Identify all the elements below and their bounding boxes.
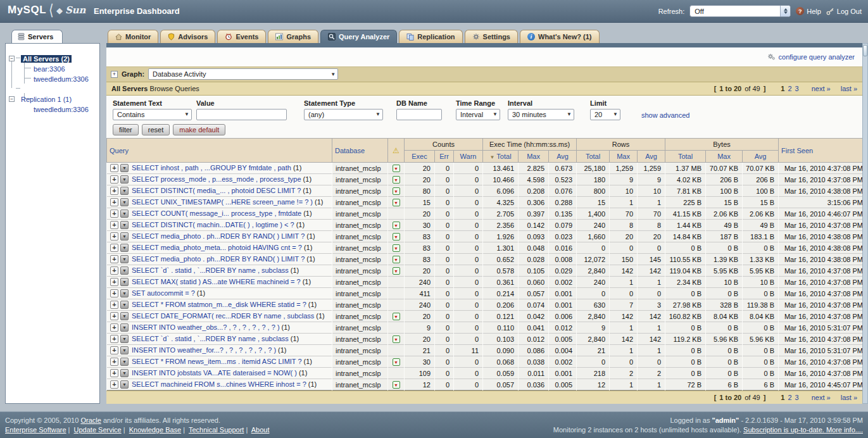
expand-row-button[interactable]: + bbox=[110, 289, 118, 297]
scrollbar-thumb[interactable] bbox=[863, 45, 867, 56]
column-header-first-seen[interactable]: First Seen bbox=[779, 139, 868, 163]
configure-query-analyzer-link[interactable]: configure query analyzer bbox=[779, 53, 855, 61]
query-link[interactable]: SELECT media_photo . ph...RDER BY RAND( … bbox=[132, 255, 305, 263]
row-actions-button[interactable]: ▼ bbox=[120, 266, 129, 275]
expand-row-button[interactable]: + bbox=[110, 335, 118, 343]
explain-icon[interactable]: ▼ bbox=[393, 176, 400, 184]
column-header-bytes-total[interactable]: Total bbox=[665, 151, 706, 163]
column-header-bytes-avg[interactable]: Avg bbox=[743, 151, 779, 163]
tree-item-label[interactable]: Replication 1 (1) bbox=[21, 96, 72, 103]
page-number-link[interactable]: 3 bbox=[795, 394, 799, 401]
query-link[interactable]: SELECT COUNT( message_i... process_type … bbox=[132, 210, 301, 217]
column-header-exec-time-avg[interactable]: Avg bbox=[549, 151, 577, 163]
collapse-icon[interactable]: − bbox=[9, 96, 15, 102]
query-link[interactable]: SELECT DATE_FORMAT( rec...RDER BY name ,… bbox=[132, 312, 314, 320]
explain-icon[interactable]: ▼ bbox=[393, 244, 400, 252]
subscription-link[interactable]: Subscription is up-to-date. More info...… bbox=[743, 426, 863, 434]
query-link[interactable]: SELECT inhost , path , ...GROUP BY fmtda… bbox=[132, 164, 291, 172]
expand-row-button[interactable]: + bbox=[110, 210, 118, 218]
tree-item-label[interactable]: tweedledum:3306 bbox=[34, 75, 89, 83]
make-default-button[interactable]: make default bbox=[173, 124, 225, 135]
column-header-bytes-max[interactable]: Max bbox=[706, 151, 743, 163]
expand-row-button[interactable]: + bbox=[110, 187, 118, 195]
column-header-warnings[interactable]: ⚠ bbox=[388, 139, 405, 163]
column-header-rows-max[interactable]: Max bbox=[610, 151, 638, 163]
row-actions-button[interactable]: ▼ bbox=[120, 323, 129, 332]
tree-item-replication-group[interactable]: − Replication 1 (1) bbox=[6, 94, 99, 104]
query-link[interactable]: SELECT media_photo_meta... photoid HAVIN… bbox=[132, 244, 302, 251]
explain-icon[interactable]: ▼ bbox=[393, 267, 400, 275]
query-link[interactable]: SELECT MAX( statid ) AS...ate WHERE mach… bbox=[132, 278, 301, 285]
row-actions-button[interactable]: ▼ bbox=[120, 369, 129, 377]
row-actions-button[interactable]: ▼ bbox=[120, 232, 129, 241]
expand-row-button[interactable]: + bbox=[110, 164, 118, 172]
expand-row-button[interactable]: + bbox=[110, 198, 118, 206]
column-header-rows-total[interactable]: Total bbox=[577, 151, 610, 163]
row-actions-button[interactable]: ▼ bbox=[120, 278, 129, 286]
column-header-rows-avg[interactable]: Avg bbox=[638, 151, 665, 163]
tab-query-analyzer[interactable]: Query Analyzer bbox=[320, 30, 397, 43]
query-link[interactable]: SELECT `d` . statid , `...RDER BY name ,… bbox=[132, 266, 289, 274]
expand-row-button[interactable]: + bbox=[110, 244, 118, 252]
explain-icon[interactable]: ▼ bbox=[393, 222, 400, 229]
limit-select[interactable]: 20▼ bbox=[590, 109, 620, 120]
tree-item-bear[interactable]: bear:3306 bbox=[6, 64, 99, 74]
row-actions-button[interactable]: ▼ bbox=[120, 289, 129, 297]
query-link[interactable]: SELECT * FROM news_item...ms . itemid AS… bbox=[132, 358, 302, 365]
query-link[interactable]: SELECT DISTINCT( media_... , photoid DES… bbox=[132, 187, 301, 194]
page-number-link[interactable]: 2 bbox=[788, 85, 791, 92]
collapse-icon[interactable]: − bbox=[9, 56, 15, 61]
help-link[interactable]: ? Help bbox=[796, 7, 821, 15]
row-actions-button[interactable]: ▼ bbox=[120, 187, 129, 195]
query-link[interactable]: SELECT UNIX_TIMESTAMP( ...HERE screen_na… bbox=[132, 198, 313, 206]
column-header-warn[interactable]: Warn bbox=[454, 151, 483, 163]
expand-row-button[interactable]: + bbox=[110, 312, 118, 320]
expand-row-button[interactable]: + bbox=[110, 301, 118, 309]
graph-select[interactable]: Database Activity ▼ bbox=[148, 68, 338, 80]
tab-monitor[interactable]: Monitor bbox=[108, 30, 158, 43]
tree-item-label[interactable]: bear:3306 bbox=[34, 65, 65, 73]
value-input[interactable] bbox=[196, 109, 287, 120]
row-actions-button[interactable]: ▼ bbox=[120, 301, 129, 309]
query-link[interactable]: INSERT INTO jobstats VA...ATE dateraised… bbox=[132, 369, 297, 377]
tree-item-tweedledum-replica[interactable]: tweedledum:3306 bbox=[6, 104, 99, 115]
query-link[interactable]: SELECT `d` . statid , `...RDER BY name ,… bbox=[132, 335, 289, 342]
row-actions-button[interactable]: ▼ bbox=[120, 175, 129, 184]
query-link[interactable]: SELECT machineid FROM s...chines WHERE i… bbox=[132, 380, 306, 388]
row-actions-button[interactable]: ▼ bbox=[120, 164, 129, 172]
expand-row-button[interactable]: + bbox=[110, 346, 118, 354]
explain-icon[interactable]: ▼ bbox=[393, 381, 400, 389]
statement-text-select[interactable]: Contains▼ bbox=[113, 109, 192, 120]
tab-advisors[interactable]: Advisors bbox=[160, 30, 215, 43]
tree-item-label[interactable]: All Servers (2) bbox=[21, 55, 72, 63]
explain-icon[interactable]: ▼ bbox=[393, 199, 400, 206]
column-header-exec[interactable]: Exec bbox=[405, 151, 435, 163]
query-link[interactable]: INSERT INTO weather_for...? , ? , ? , ? … bbox=[132, 346, 276, 354]
interval-select[interactable]: 30 minutes▼ bbox=[508, 109, 574, 120]
last-page-link[interactable]: last » bbox=[841, 394, 857, 401]
expand-row-button[interactable]: + bbox=[110, 255, 118, 263]
expand-row-button[interactable]: + bbox=[110, 232, 118, 241]
query-link[interactable]: SELECT * FROM statmon_m...e_disk WHERE s… bbox=[132, 301, 306, 308]
row-actions-button[interactable]: ▼ bbox=[120, 198, 129, 206]
refresh-select[interactable]: Off bbox=[689, 5, 791, 17]
update-service-link[interactable]: Update Service bbox=[74, 426, 122, 434]
oracle-link[interactable]: Oracle bbox=[80, 416, 101, 424]
row-actions-button[interactable]: ▼ bbox=[120, 244, 129, 252]
time-range-select[interactable]: Interval▼ bbox=[456, 109, 500, 120]
row-actions-button[interactable]: ▼ bbox=[120, 358, 129, 366]
technical-support-link[interactable]: Technical Support bbox=[189, 426, 244, 434]
query-link[interactable]: SELECT DISTINCT( machin...DATE( ) , logt… bbox=[132, 221, 294, 228]
expand-row-button[interactable]: + bbox=[110, 369, 118, 377]
row-actions-button[interactable]: ▼ bbox=[120, 335, 129, 343]
tree-item-tweedledum[interactable]: tweedledum:3306 bbox=[6, 74, 99, 84]
tab-servers[interactable]: Servers bbox=[11, 30, 63, 43]
row-actions-button[interactable]: ▼ bbox=[120, 346, 129, 354]
column-header-query[interactable]: Query bbox=[107, 139, 332, 163]
tab-whats-new[interactable]: i What's New? (1) bbox=[520, 30, 600, 43]
vertical-scrollbar[interactable] bbox=[862, 43, 868, 404]
expand-row-button[interactable]: + bbox=[110, 175, 118, 184]
statement-type-select[interactable]: (any)▼ bbox=[304, 109, 383, 120]
explain-icon[interactable]: ▼ bbox=[393, 233, 400, 241]
tab-graphs[interactable]: Graphs bbox=[268, 30, 318, 43]
